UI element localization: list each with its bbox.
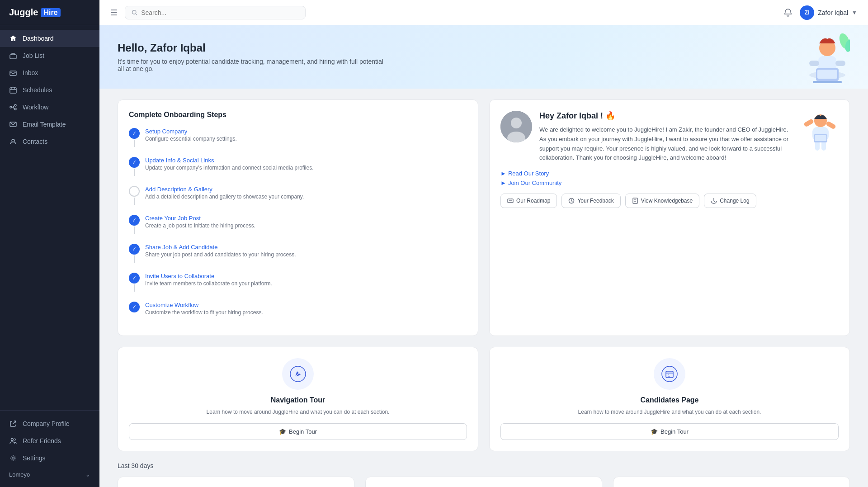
step-desc: Configure essential company settings. — [145, 136, 467, 142]
person-icon — [9, 437, 17, 445]
svg-point-9 — [12, 457, 14, 459]
sidebar-item-workflow[interactable]: Workflow — [0, 99, 99, 116]
onboarding-card: Complete Onboarding Steps ✓ Setup Compan… — [118, 99, 478, 336]
inbox-icon — [9, 69, 17, 77]
notification-bell-icon[interactable] — [783, 8, 793, 17]
search-bar[interactable] — [125, 6, 306, 19]
knowledgebase-btn-label: View Knowledgebase — [641, 198, 693, 204]
step-indicator: ✓ — [129, 128, 140, 148]
welcome-greeting: Hey Zafor Iqbal ! 🔥 — [539, 111, 791, 121]
tour-cards-row: Navigation Tour Learn how to move around… — [99, 347, 868, 451]
sidebar-item-refer-friends-label: Refer Friends — [23, 437, 61, 444]
navigation-tour-card: Navigation Tour Learn how to move around… — [118, 347, 478, 451]
step-indicator: ✓ — [129, 244, 140, 264]
welcome-actions: Our Roadmap Your Feedback View Knowledge… — [500, 194, 839, 208]
svg-point-7 — [12, 139, 14, 142]
step-connector — [134, 169, 135, 176]
sidebar: Juggle Hire Dashboard Job List Inbox — [0, 0, 99, 487]
sidebar-item-job-list-label: Job List — [23, 52, 44, 59]
sidebar-item-settings-label: Settings — [23, 454, 46, 462]
hero-banner: Hello, Zafor Iqbal It's time for you to … — [99, 25, 868, 89]
navigation-tour-begin-button[interactable]: 🎓 Begin Tour — [129, 423, 467, 440]
stat-card: Closed Jobs 0 — [613, 477, 850, 487]
welcome-illustration — [802, 111, 839, 151]
step-title[interactable]: Invite Users to Collaborate — [145, 273, 467, 279]
changelog-btn-label: Change Log — [720, 198, 749, 204]
hero-subtitle: It's time for you to enjoy potential can… — [118, 58, 389, 72]
welcome-card: Hey Zafor Iqbal ! 🔥 We are delighted to … — [489, 99, 850, 336]
workflow-icon — [9, 103, 17, 111]
svg-point-10 — [132, 10, 136, 14]
sidebar-item-job-list[interactable]: Job List — [0, 47, 99, 64]
workspace-name: Lomeyo — [9, 471, 30, 478]
step-connector — [134, 140, 135, 147]
welcome-content: Hey Zafor Iqbal ! 🔥 We are delighted to … — [500, 111, 839, 208]
navigation-tour-desc: Learn how to move around JuggleHire and … — [207, 408, 390, 416]
step-title[interactable]: Update Info & Social Links — [145, 157, 467, 164]
changelog-icon — [711, 198, 717, 204]
step-title[interactable]: Setup Company — [145, 128, 467, 135]
step-title[interactable]: Create Your Job Post — [145, 215, 467, 222]
avatar-initials: Zi — [805, 9, 810, 16]
sidebar-item-dashboard-label: Dashboard — [23, 35, 54, 42]
join-community-link[interactable]: ► Join Our Community — [500, 180, 839, 186]
step-desc: Update your company's information and co… — [145, 165, 467, 171]
svg-point-36 — [662, 366, 677, 382]
stats-section: Last 30 days Open Jobs 2 New Application… — [99, 451, 868, 487]
sidebar-item-dashboard[interactable]: Dashboard — [0, 30, 99, 47]
step-indicator: ✓ — [129, 157, 140, 177]
user-menu[interactable]: Zi Zafor Iqbal ▼ — [800, 5, 857, 20]
candidates-tour-icon-wrap — [654, 358, 685, 390]
sidebar-item-email-template[interactable]: Email Template — [0, 116, 99, 133]
join-community-label: Join Our Community — [508, 180, 561, 186]
hero-text: Hello, Zafor Iqbal It's time for you to … — [118, 42, 389, 72]
candidates-tour-begin-button[interactable]: 🎓 Begin Tour — [500, 423, 839, 440]
search-icon — [132, 9, 137, 16]
onboarding-steps: ✓ Setup Company Configure essential comp… — [129, 128, 467, 316]
svg-rect-1 — [10, 71, 16, 76]
svg-rect-14 — [809, 61, 819, 66]
svg-rect-31 — [815, 135, 826, 141]
stat-card: Open Jobs 2 — [118, 477, 354, 487]
navigation-tour-icon — [290, 366, 306, 382]
avatar: Zi — [800, 5, 814, 20]
candidates-tour-desc: Learn how to move around JuggleHire and … — [578, 408, 761, 416]
external-link-icon — [9, 420, 17, 428]
sidebar-item-company-profile[interactable]: Company Profile — [0, 415, 99, 432]
sidebar-item-contacts[interactable]: Contacts — [0, 133, 99, 150]
step-item: ✓ Customize Workflow Customize the workf… — [129, 302, 467, 316]
sidebar-item-inbox-label: Inbox — [23, 69, 38, 76]
sidebar-item-workflow-label: Workflow — [23, 104, 48, 111]
search-input[interactable] — [141, 9, 299, 16]
onboarding-title: Complete Onboarding Steps — [129, 111, 467, 119]
main-area: ☰ Zi Zafor Iqbal ▼ Hello, Zafor Iqbal It… — [99, 0, 868, 487]
view-knowledgebase-button[interactable]: View Knowledgebase — [625, 194, 700, 208]
logo-text: Juggle — [9, 7, 38, 18]
topbar: ☰ Zi Zafor Iqbal ▼ — [99, 0, 868, 25]
workspace-selector[interactable]: Lomeyo ⌄ — [0, 467, 99, 482]
step-content: Invite Users to Collaborate Invite team … — [145, 273, 467, 293]
sidebar-item-settings[interactable]: Settings — [0, 449, 99, 467]
your-feedback-button[interactable]: Your Feedback — [561, 194, 620, 208]
gear-icon — [9, 454, 17, 462]
menu-icon[interactable]: ☰ — [110, 8, 118, 18]
candidates-page-card: Candidates Page Learn how to move around… — [489, 347, 850, 451]
our-roadmap-button[interactable]: Our Roadmap — [500, 194, 557, 208]
step-circle: ✓ — [129, 128, 140, 139]
step-title[interactable]: Customize Workflow — [145, 302, 467, 308]
step-circle: ✓ — [129, 157, 140, 168]
change-log-button[interactable]: Change Log — [704, 194, 756, 208]
user-name: Zafor Iqbal — [818, 9, 848, 16]
sidebar-item-inbox[interactable]: Inbox — [0, 64, 99, 81]
stats-grid: Open Jobs 2 New Applications 10 Closed J… — [118, 477, 850, 487]
svg-point-22 — [511, 118, 522, 128]
welcome-links: ► Read Our Story ► Join Our Community — [500, 170, 839, 186]
navigation-tour-title: Navigation Tour — [271, 396, 326, 404]
step-desc: Create a job post to initiate the hiring… — [145, 222, 467, 229]
step-content: Share Job & Add Candidate Share your job… — [145, 244, 467, 264]
step-title[interactable]: Share Job & Add Candidate — [145, 244, 467, 251]
step-title[interactable]: Add Description & Gallery — [145, 186, 467, 193]
sidebar-item-refer-friends[interactable]: Refer Friends — [0, 432, 99, 449]
read-our-story-link[interactable]: ► Read Our Story — [500, 170, 839, 177]
sidebar-item-schedules[interactable]: Schedules — [0, 81, 99, 99]
